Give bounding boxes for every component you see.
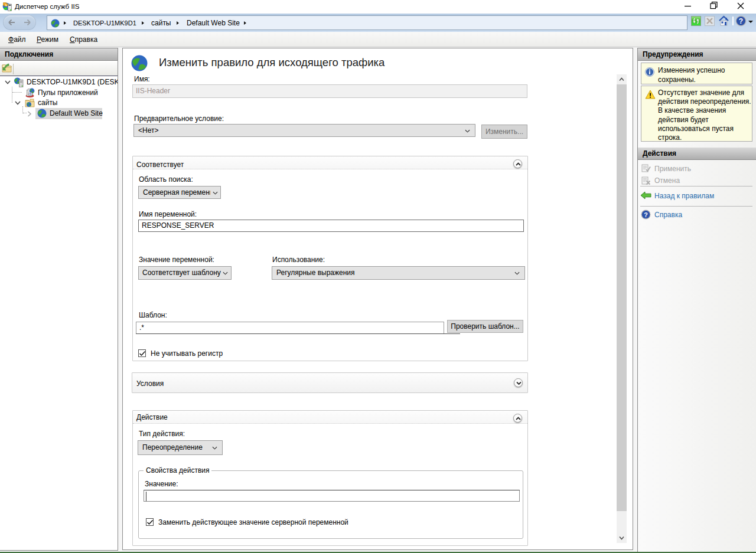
svg-text:?: ?: [739, 17, 743, 25]
svg-text:?: ?: [644, 211, 648, 218]
